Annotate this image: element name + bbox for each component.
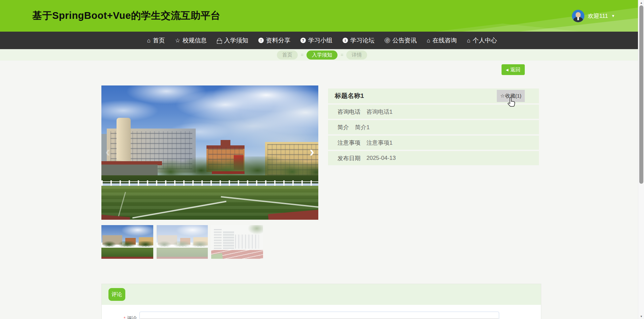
comment-textarea[interactable] — [139, 312, 499, 319]
row-value: 咨询电话1 — [366, 108, 392, 116]
comment-badge[interactable]: 评论 — [108, 288, 125, 301]
carousel-next-button[interactable]: › — [310, 145, 314, 159]
required-asterisk: * — [124, 315, 126, 319]
detail-title: 标题名称1 — [335, 92, 364, 100]
nav-item-label: 在线咨询 — [432, 36, 457, 44]
home-icon: ⌂ — [147, 38, 150, 43]
nav-item-label: 首页 — [153, 36, 165, 44]
comment-label-text: 评论 — [127, 315, 137, 319]
row-label: 简介 — [337, 123, 349, 131]
photo-roof — [221, 140, 230, 147]
scrollbar-up-icon[interactable]: ▲ — [638, 0, 644, 5]
carousel-image: ‹ › — [101, 85, 318, 220]
breadcrumb-separator: ≡ — [341, 52, 343, 58]
comment-header: 评论 — [102, 284, 541, 305]
nav-item-label: 学习论坛 — [350, 36, 375, 44]
row-label: 注意事项 — [337, 139, 360, 147]
thumb-scene-layer — [157, 241, 208, 247]
row-label: 发布日期 — [337, 154, 360, 162]
info-circle-icon: i — [343, 38, 348, 43]
back-arrow-icon: ◀ — [506, 68, 509, 72]
at-circle-icon: @ — [385, 38, 390, 43]
breadcrumb-separator: ≡ — [301, 52, 303, 58]
breadcrumb: 首页 ≡ 入学须知 ≡ 详情 — [0, 49, 644, 61]
row-value: 简介1 — [355, 123, 369, 131]
avatar-collar — [577, 17, 579, 20]
nav-item-announcements[interactable]: @ 公告资讯 — [385, 36, 417, 44]
nav-item-school-rules[interactable]: ☆ 校规信息 — [175, 36, 207, 44]
nav-item-home[interactable]: ⌂ 首页 — [147, 36, 165, 44]
thumbnail-1[interactable] — [101, 225, 153, 259]
thumbnail-image — [101, 225, 153, 259]
carousel-prev-button[interactable]: ‹ — [105, 145, 110, 159]
row-value: 注意事项1 — [366, 139, 392, 147]
page: 基于SpringBoot+Vue的学生交流互助平台 欢迎111 ▼ ⌂ 首页 ☆… — [0, 0, 644, 319]
star-icon: ☆ — [500, 93, 505, 99]
scrollbar-thumb[interactable] — [639, 5, 643, 184]
welcome-text: 欢迎111 — [588, 12, 608, 20]
lock-icon — [217, 38, 222, 43]
nav-item-label: 个人中心 — [473, 36, 497, 44]
app-header: 基于SpringBoot+Vue的学生交流互助平台 欢迎111 ▼ — [0, 0, 644, 32]
nav-item-study-forum[interactable]: i 学习论坛 — [343, 36, 375, 44]
chevron-down-icon[interactable]: ▼ — [611, 14, 615, 18]
row-label: 咨询电话 — [337, 108, 360, 116]
back-button[interactable]: ◀ 返回 — [502, 64, 525, 75]
home-icon: ⌂ — [427, 38, 430, 43]
exclamation-circle-icon: ! — [258, 38, 264, 43]
scrollbar-down-icon[interactable]: ▼ — [638, 314, 644, 319]
nav-item-label: 学习小组 — [308, 36, 332, 44]
nav-item-label: 资料分享 — [266, 36, 290, 44]
home-icon: ⌂ — [467, 38, 470, 43]
breadcrumb-item-admission[interactable]: 入学须知 — [307, 50, 337, 60]
thumb-scene-layer — [101, 257, 153, 259]
nav-item-material-sharing[interactable]: ! 资料分享 — [258, 36, 290, 44]
detail-row: 注意事项 注意事项1 — [328, 136, 539, 150]
page-title: 基于SpringBoot+Vue的学生交流互助平台 — [32, 0, 220, 32]
back-button-label: 返回 — [510, 67, 520, 73]
nav-item-label: 公告资讯 — [392, 36, 417, 44]
detail-row: 咨询电话 咨询电话1 — [328, 105, 539, 119]
chevron-right-icon: › — [310, 144, 314, 160]
thumb-scene-layer — [101, 241, 153, 247]
thumb-scene-layer — [248, 225, 263, 235]
thumbnail-image — [157, 225, 208, 259]
thumb-scene-layer — [157, 257, 208, 259]
detail-row: 发布日期 2025-04-13 — [328, 151, 539, 165]
photo-building — [101, 165, 158, 177]
thumbnail-2[interactable] — [157, 225, 208, 259]
avatar-face — [576, 12, 581, 17]
chevron-left-icon: ‹ — [105, 144, 110, 160]
scrollbar[interactable]: ▲ ▼ — [638, 0, 644, 319]
nav-item-study-group[interactable]: ? 学习小组 — [300, 36, 332, 44]
nav-item-label: 入学须知 — [224, 36, 248, 44]
thumbnail-image — [211, 225, 263, 259]
thumb-scene-layer — [235, 235, 259, 249]
nav-item-admission-notice[interactable]: 入学须知 — [217, 36, 248, 44]
detail-title-row: 标题名称1 ☆ 收藏(1) — [328, 88, 539, 103]
breadcrumb-item-detail[interactable]: 详情 — [346, 50, 367, 60]
nav-item-online-consult[interactable]: ⌂ 在线咨询 — [427, 36, 457, 44]
star-icon: ☆ — [175, 38, 180, 43]
comment-field-label: *评论 — [124, 315, 137, 319]
breadcrumb-item-home[interactable]: 首页 — [277, 50, 298, 60]
detail-row: 简介 简介1 — [328, 120, 539, 134]
thumb-scene-layer — [214, 229, 222, 249]
user-menu[interactable]: 欢迎111 ▼ — [572, 0, 615, 32]
nav-item-label: 校规信息 — [183, 36, 207, 44]
favorite-label: 收藏(1) — [505, 93, 521, 99]
favorite-button[interactable]: ☆ 收藏(1) — [497, 90, 525, 102]
nav-item-personal-center[interactable]: ⌂ 个人中心 — [467, 36, 497, 44]
thumb-scene-layer — [223, 231, 234, 249]
avatar[interactable] — [572, 10, 584, 22]
row-value: 2025-04-13 — [366, 155, 396, 162]
carousel-thumbnails — [101, 225, 263, 259]
thumbnail-3[interactable] — [211, 225, 263, 259]
detail-panel: 标题名称1 ☆ 收藏(1) 咨询电话 咨询电话1 简介 简介1 注意事项 注意事… — [328, 88, 539, 165]
question-circle-icon: ? — [300, 38, 306, 43]
main-nav: ⌂ 首页 ☆ 校规信息 入学须知 ! 资料分享 ? 学习小组 i 学习论坛 @ … — [0, 32, 644, 49]
comment-card: 评论 *评论 — [101, 284, 541, 319]
photo-banner — [212, 171, 245, 174]
